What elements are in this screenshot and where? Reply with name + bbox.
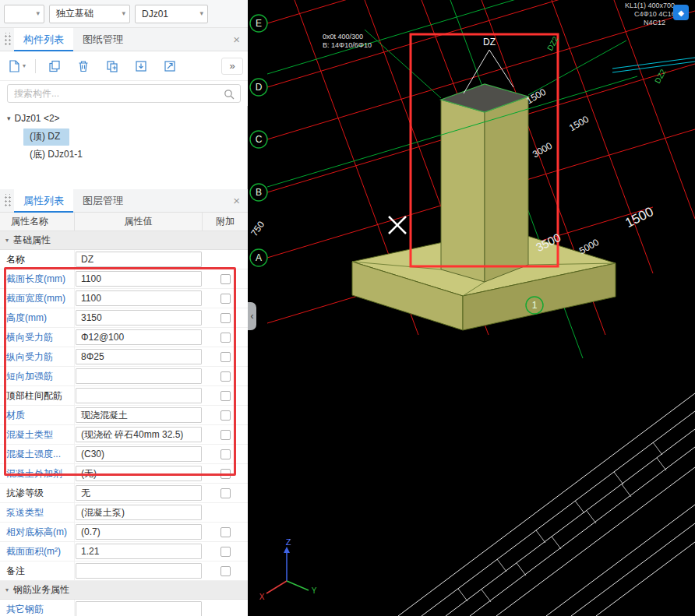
tree-expand-icon[interactable]: ▾ — [7, 114, 11, 122]
3d-scene-canvas[interactable]: EDCBA1 1500150030001500350050007500x0t 4… — [248, 0, 695, 616]
property-table-body: ▾基础属性名称DZ截面长度(mm)1100截面宽度(mm)1100高度(mm)3… — [0, 231, 248, 616]
tree-item-label: (顶) DZ — [23, 128, 69, 146]
column-label: DZ — [483, 37, 496, 48]
property-table-header: 属性名称 属性值 附加 — [0, 213, 248, 231]
attach-cell — [203, 561, 248, 580]
property-value-cell[interactable]: (无) — [76, 466, 202, 481]
duplicate-component-button[interactable] — [101, 56, 124, 76]
drag-handle-icon[interactable] — [3, 33, 11, 47]
property-name[interactable]: 混凝土外加剂 — [0, 464, 75, 483]
attach-checkbox[interactable] — [220, 527, 231, 537]
property-name[interactable]: 短向加强筋 — [0, 367, 75, 385]
store-component-button[interactable] — [129, 56, 153, 76]
element-family-dropdown[interactable]: 独立基础 ▾ — [49, 5, 130, 23]
tab-drawing-management[interactable]: 图纸管理 — [73, 28, 132, 51]
annotation-label: C4Φ10 4C16 — [634, 10, 676, 18]
tab-layer-management[interactable]: 图层管理 — [73, 189, 132, 213]
property-name[interactable]: 纵向受力筋 — [0, 347, 75, 366]
property-value-cell[interactable]: 1100 — [76, 271, 202, 287]
tree-group-row[interactable]: ▾ DJz01 <2> — [0, 108, 248, 128]
property-value-cell[interactable]: 8Φ25 — [76, 349, 202, 364]
attach-checkbox[interactable] — [220, 313, 231, 323]
axis-bubble-label: A — [256, 252, 262, 263]
copy-icon — [48, 59, 62, 73]
attach-checkbox[interactable] — [220, 566, 231, 576]
copy-component-button[interactable] — [43, 56, 66, 76]
tree-item-bottom-djz01-1[interactable]: (底) DJz01-1 — [0, 146, 248, 164]
property-name[interactable]: 截面面积(m²) — [0, 542, 75, 561]
property-section-header[interactable]: ▾钢筋业务属性 — [0, 581, 248, 600]
property-name[interactable]: 高度(mm) — [0, 308, 75, 327]
property-value-cell[interactable] — [76, 601, 202, 616]
property-row: 横向受力筋Φ12@100 — [0, 328, 248, 347]
property-name[interactable]: 相对底标高(m) — [0, 523, 75, 541]
export-component-button[interactable] — [158, 56, 182, 76]
axis-z-label: Z — [286, 537, 291, 547]
property-name[interactable]: 截面长度(mm) — [0, 269, 75, 288]
property-value-cell[interactable]: (0.7) — [76, 524, 202, 540]
search-input[interactable] — [7, 84, 241, 103]
delete-component-button[interactable] — [72, 56, 95, 76]
property-row: 泵送类型(混凝土泵) — [0, 503, 248, 523]
property-name[interactable]: 横向受力筋 — [0, 328, 75, 347]
property-name[interactable]: 其它钢筋 — [0, 600, 75, 616]
attach-checkbox[interactable] — [220, 410, 231, 421]
category-dropdown[interactable]: ▾ — [4, 5, 44, 23]
panel-collapse-handle[interactable]: ‹ — [248, 302, 256, 330]
property-value-cell[interactable]: (现浇砼 碎石40mm 32.5) — [76, 427, 202, 442]
drag-handle-icon[interactable] — [3, 194, 11, 208]
property-value-cell[interactable]: 1100 — [76, 290, 202, 306]
property-value-cell[interactable]: 1.21 — [76, 544, 202, 559]
property-row: 纵向受力筋8Φ25 — [0, 347, 248, 367]
attach-checkbox[interactable] — [220, 371, 231, 382]
property-name[interactable]: 泵送类型 — [0, 503, 75, 522]
section-title: 钢筋业务属性 — [13, 583, 69, 597]
property-value-cell[interactable]: (混凝土泵) — [76, 505, 202, 520]
property-row: 截面长度(mm)1100 — [0, 269, 248, 289]
view-navigation-button[interactable]: ◆ — [673, 5, 689, 20]
close-icon[interactable]: × — [233, 33, 240, 45]
attach-checkbox[interactable] — [220, 449, 231, 459]
annotation-label: 0x0t 400/300 — [323, 33, 363, 40]
property-value-cell[interactable]: DZ — [76, 252, 202, 267]
property-value-cell[interactable] — [76, 368, 202, 384]
property-value-cell[interactable]: 3150 — [76, 310, 202, 326]
property-name[interactable]: 混凝土类型 — [0, 425, 75, 444]
attach-checkbox[interactable] — [220, 352, 231, 362]
tree-item-top-dz[interactable]: (顶) DZ — [0, 128, 248, 146]
attach-checkbox[interactable] — [220, 488, 231, 498]
property-name[interactable]: 混凝土强度... — [0, 445, 75, 463]
3d-viewport[interactable]: EDCBA1 1500150030001500350050007500x0t 4… — [248, 0, 695, 616]
attach-cell — [203, 445, 248, 463]
property-value-cell[interactable]: 无 — [76, 485, 202, 501]
property-row: 材质现浇混凝土 — [0, 406, 248, 425]
property-name[interactable]: 材质 — [0, 406, 75, 424]
more-tools-button[interactable]: » — [221, 58, 243, 75]
attach-checkbox[interactable] — [220, 391, 231, 401]
attach-checkbox[interactable] — [220, 274, 231, 284]
tab-property-list[interactable]: 属性列表 — [14, 189, 73, 213]
element-name-dropdown[interactable]: DJz01 ▾ — [135, 5, 208, 23]
property-name: 抗渗等级 — [0, 484, 75, 502]
property-value-cell[interactable]: 现浇混凝土 — [76, 407, 202, 423]
property-value-cell[interactable] — [76, 563, 202, 579]
tree-item-label: (底) DJz01-1 — [23, 146, 92, 164]
attach-checkbox[interactable] — [220, 333, 231, 343]
property-value-cell[interactable]: (C30) — [76, 446, 202, 462]
property-value-cell[interactable] — [76, 388, 202, 403]
property-section-header[interactable]: ▾基础属性 — [0, 231, 248, 250]
close-icon[interactable]: × — [233, 195, 240, 206]
new-component-button[interactable]: ▾ — [5, 56, 28, 76]
tree-group-label: DJz01 <2> — [15, 113, 60, 124]
attach-checkbox[interactable] — [220, 430, 231, 440]
component-panel-tabbar: 构件列表 图纸管理 × — [0, 28, 248, 51]
tab-component-list[interactable]: 构件列表 — [14, 28, 73, 51]
attach-checkbox[interactable] — [220, 469, 231, 479]
attach-checkbox[interactable] — [220, 547, 231, 557]
property-row: 截面面积(m²)1.21 — [0, 542, 248, 561]
attach-checkbox[interactable] — [220, 294, 231, 304]
attach-cell — [203, 250, 248, 269]
property-name[interactable]: 截面宽度(mm) — [0, 289, 75, 308]
property-row: 高度(mm)3150 — [0, 308, 248, 328]
property-value-cell[interactable]: Φ12@100 — [76, 329, 202, 345]
